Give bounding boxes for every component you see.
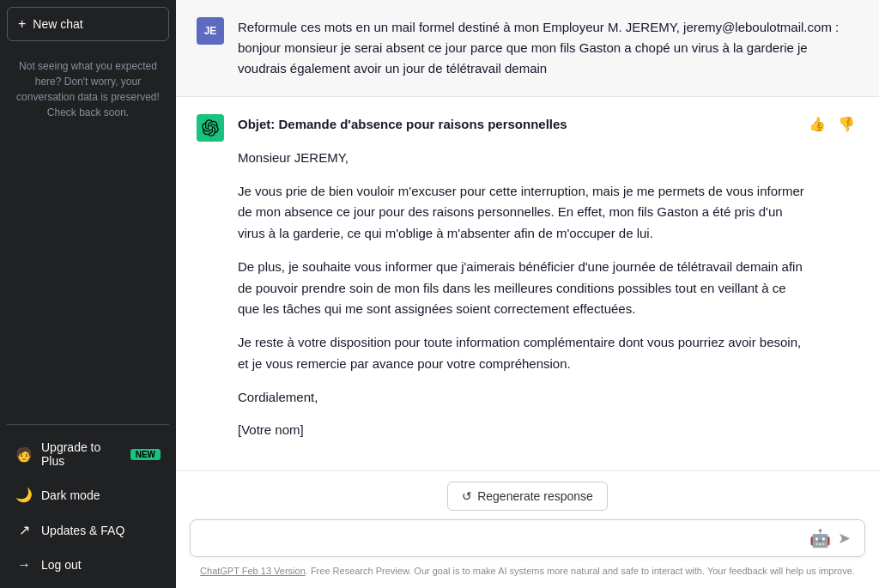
assistant-text: Objet: Demande d'absence pour raisons pe… [238,114,805,441]
sidebar-item-darkmode[interactable]: 🌙 Dark mode [7,478,169,512]
new-chat-label: New chat [33,17,82,31]
assistant-message: Objet: Demande d'absence pour raisons pe… [176,96,879,458]
assistant-content: Objet: Demande d'absence pour raisons pe… [238,114,858,441]
user-text: Reformule ces mots en un mail formel des… [238,17,858,79]
paragraph-2: De plus, je souhaite vous informer que j… [238,257,805,320]
email-subject: Objet: Demande d'absence pour raisons pe… [238,114,805,136]
new-chat-button[interactable]: + New chat [7,7,169,41]
send-button[interactable]: ➤ [834,527,854,549]
paragraph-3: Je reste à votre disposition pour toute … [238,332,805,375]
sidebar-bottom: 🧑 Upgrade to Plus NEW 🌙 Dark mode ↗ Upda… [7,424,169,581]
updates-label: Updates & FAQ [41,524,124,537]
footer-note: ChatGPT Feb 13 Version. Free Research Pr… [190,564,865,579]
input-row: 🤖 ➤ [190,519,865,557]
thumbs-up-button[interactable]: 👍 [805,114,829,134]
sidebar-item-upgrade[interactable]: 🧑 Upgrade to Plus NEW [7,432,169,476]
regenerate-row: ↺ Regenerate response [190,482,865,511]
regenerate-label: Regenerate response [477,489,593,503]
chatgpt-version-link[interactable]: ChatGPT Feb 13 Version [200,566,306,576]
sidebar-item-logout[interactable]: → Log out [7,549,169,581]
footer-suffix: . Free Research Preview. Our goal is to … [306,566,855,576]
send-area: 🤖 ➤ [809,527,854,549]
sidebar-notice: Not seeing what you expected here? Don't… [7,50,169,424]
chat-input[interactable] [201,528,809,549]
thumbs-down-button[interactable]: 👎 [834,114,858,134]
user-emoji: 🤖 [809,528,831,549]
message-actions: 👍 👎 [805,114,858,134]
closing: Cordialement, [238,387,805,409]
person-icon: 🧑 [15,446,33,463]
signature: [Votre nom] [238,420,805,441]
regenerate-icon: ↺ [462,489,472,503]
user-message: JE Reformule ces mots en un mail formel … [176,0,879,96]
chat-area: JE Reformule ces mots en un mail formel … [176,0,879,470]
paragraph-1: Je vous prie de bien vouloir m'excuser p… [238,181,805,245]
moon-icon: 🌙 [15,487,33,503]
regenerate-button[interactable]: ↺ Regenerate response [447,482,608,511]
sidebar-item-updates[interactable]: ↗ Updates & FAQ [7,513,169,547]
upgrade-label: Upgrade to Plus [41,440,122,468]
message-top-row: Objet: Demande d'absence pour raisons pe… [238,114,858,441]
main-content: JE Reformule ces mots en un mail formel … [176,0,879,588]
assistant-avatar [197,114,224,142]
external-link-icon: ↗ [15,522,33,538]
user-avatar: JE [197,17,224,45]
assistant-body: Objet: Demande d'absence pour raisons pe… [238,114,805,441]
darkmode-label: Dark mode [41,488,100,502]
new-badge: NEW [130,449,161,460]
sidebar: + New chat Not seeing what you expected … [0,0,176,588]
logout-label: Log out [41,558,82,572]
bottom-bar: ↺ Regenerate response 🤖 ➤ ChatGPT Feb 13… [176,470,879,589]
logout-icon: → [15,557,33,573]
salutation: Monsieur JEREMY, [238,148,805,169]
plus-icon: + [18,16,26,32]
